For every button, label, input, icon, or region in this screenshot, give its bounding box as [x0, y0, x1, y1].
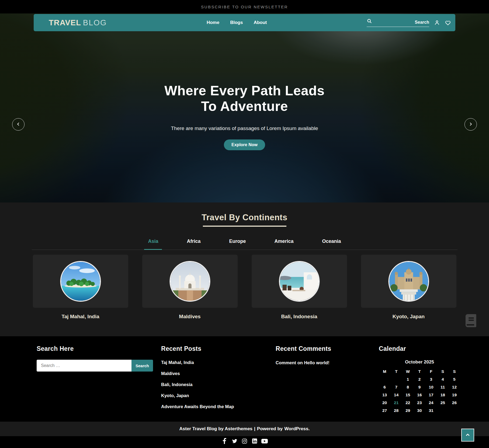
carousel-next-button[interactable]: [464, 118, 477, 131]
youtube-icon[interactable]: [261, 438, 268, 444]
destination-label[interactable]: Kyoto, Japan: [361, 314, 456, 320]
calendar-day: 24: [425, 399, 437, 407]
facebook-icon[interactable]: [221, 438, 228, 444]
calendar-day-header: M: [379, 368, 390, 375]
chevron-up-icon: [465, 432, 470, 438]
calendar-day: [379, 375, 390, 383]
tab-asia[interactable]: Asia: [144, 239, 162, 250]
social-bar: [0, 436, 489, 448]
heart-icon[interactable]: [445, 20, 451, 26]
calendar-day: [449, 407, 460, 414]
calendar-day: 13: [379, 391, 390, 399]
explore-now-button[interactable]: Explore Now: [224, 139, 265, 150]
calendar-day: 3: [425, 375, 437, 383]
calendar-day: 19: [449, 391, 460, 399]
recent-post-link[interactable]: Kyoto, Japan: [161, 393, 269, 398]
calendar-day: 28: [390, 407, 402, 414]
footer-search-input[interactable]: [37, 360, 131, 372]
calendar-grid: MTWTFSS123456789101112131415161718192021…: [379, 368, 460, 414]
header-search-submit[interactable]: Search: [415, 20, 429, 25]
calendar-day: 16: [414, 391, 425, 399]
footer-search-form: Search: [37, 360, 153, 372]
calendar-day: 18: [437, 391, 449, 399]
footer-widgets: Search Here Search Recent Posts Taj Maha…: [0, 336, 489, 422]
calendar-day: 6: [379, 383, 390, 391]
tab-africa[interactable]: Africa: [183, 239, 204, 250]
recent-comments-widget: Recent Comments Comment on Hello world!: [276, 345, 375, 365]
twitter-icon[interactable]: [231, 438, 238, 444]
taj-mahal-photo: [170, 261, 210, 302]
destination-label[interactable]: Bali, Indonesia: [252, 314, 347, 320]
recent-posts-title: Recent Posts: [161, 345, 269, 352]
calendar-day: 30: [414, 407, 425, 414]
continents-section: Travel By Continents Asia Africa Europe …: [0, 202, 489, 336]
main-nav: Home Blogs About: [207, 20, 267, 25]
destination-column: Taj Mahal, India: [33, 255, 128, 320]
calendar-day-header: T: [390, 368, 402, 375]
calendar-day-today[interactable]: 21: [390, 399, 402, 407]
user-icon[interactable]: [434, 20, 440, 26]
search-icon: [367, 18, 372, 25]
recent-post-link[interactable]: Maldives: [161, 371, 269, 376]
calendar-day: 23: [414, 399, 425, 407]
destination-card[interactable]: [142, 255, 238, 308]
page: SUBSCRIBE TO OUR NEWSLETTER TRAVEL BLOG …: [0, 0, 489, 448]
recent-comment-link[interactable]: Comment on Hello world!: [276, 360, 375, 365]
tab-america[interactable]: America: [270, 239, 297, 250]
chevron-left-icon: [16, 122, 20, 127]
calendar-day: 26: [449, 399, 460, 407]
newsletter-bar: SUBSCRIBE TO OUR NEWSLETTER: [0, 0, 489, 13]
theme-credit-link[interactable]: Aster Travel Blog by Asterthemes: [179, 426, 252, 432]
calendar-day-header: F: [425, 368, 437, 375]
recent-comments-list: Comment on Hello world!: [276, 360, 375, 365]
calendar-title: Calendar: [379, 345, 460, 352]
calendar-day: [437, 407, 449, 414]
destination-card[interactable]: [252, 255, 347, 308]
hero-title: Where Every Path Leads To Adventure: [0, 83, 489, 114]
newsletter-link[interactable]: SUBSCRIBE TO OUR NEWSLETTER: [201, 5, 288, 9]
wordpress-link[interactable]: WordPress.: [284, 426, 310, 432]
calendar-day: 9: [414, 383, 425, 391]
reader-mode-widget[interactable]: [463, 313, 480, 330]
calendar-day: 7: [390, 383, 402, 391]
calendar-widget: Calendar October 2025 MTWTFSS12345678910…: [379, 345, 460, 414]
recent-post-link[interactable]: Adventure Awaits Beyond the Map: [161, 404, 269, 409]
nav-item-blogs[interactable]: Blogs: [230, 20, 243, 25]
calendar-day-header: S: [437, 368, 449, 375]
calendar-day: 22: [402, 399, 414, 407]
instagram-icon[interactable]: [241, 438, 248, 444]
site-logo[interactable]: TRAVEL BLOG: [49, 18, 107, 27]
recent-post-link[interactable]: Taj Mahal, India: [161, 360, 269, 365]
header-search-input[interactable]: [374, 20, 413, 25]
recent-posts-widget: Recent Posts Taj Mahal, India Maldives B…: [161, 345, 269, 415]
destination-card[interactable]: [33, 255, 128, 308]
scroll-to-top-button[interactable]: [461, 429, 474, 442]
tab-europe[interactable]: Europe: [225, 239, 249, 250]
destination-label[interactable]: Maldives: [142, 314, 238, 320]
calendar-day: 11: [437, 383, 449, 391]
calendar-day: 12: [449, 383, 460, 391]
carousel-prev-button[interactable]: [12, 118, 25, 131]
destination-column: Maldives: [142, 255, 238, 320]
footer-search-button[interactable]: Search: [131, 360, 153, 372]
tab-oceania[interactable]: Oceania: [318, 239, 345, 250]
recent-post-link[interactable]: Bali, Indonesia: [161, 382, 269, 387]
recent-posts-list: Taj Mahal, India Maldives Bali, Indonesi…: [161, 360, 269, 409]
nav-item-home[interactable]: Home: [207, 20, 219, 25]
calendar-day: 8: [402, 383, 414, 391]
palace-fountain-photo: [389, 261, 429, 302]
logo-part-travel: TRAVEL: [49, 18, 81, 27]
continent-tabs: Asia Africa Europe America Oceania: [32, 239, 457, 250]
main-header: TRAVEL BLOG Home Blogs About Search: [34, 14, 455, 31]
linkedin-icon[interactable]: [251, 438, 258, 444]
calendar-day: 2: [414, 375, 425, 383]
section-title: Travel By Continents: [0, 213, 489, 222]
nav-item-about[interactable]: About: [254, 20, 267, 25]
header-actions: Search: [367, 18, 451, 27]
powered-by-text: Powered by: [257, 426, 283, 432]
calendar-day: 5: [449, 375, 460, 383]
destination-card[interactable]: [361, 255, 456, 308]
hero-subtitle: There are many variations of passages of…: [0, 125, 489, 131]
destination-label[interactable]: Taj Mahal, India: [33, 314, 128, 320]
calendar-month-caption: October 2025: [379, 359, 460, 365]
